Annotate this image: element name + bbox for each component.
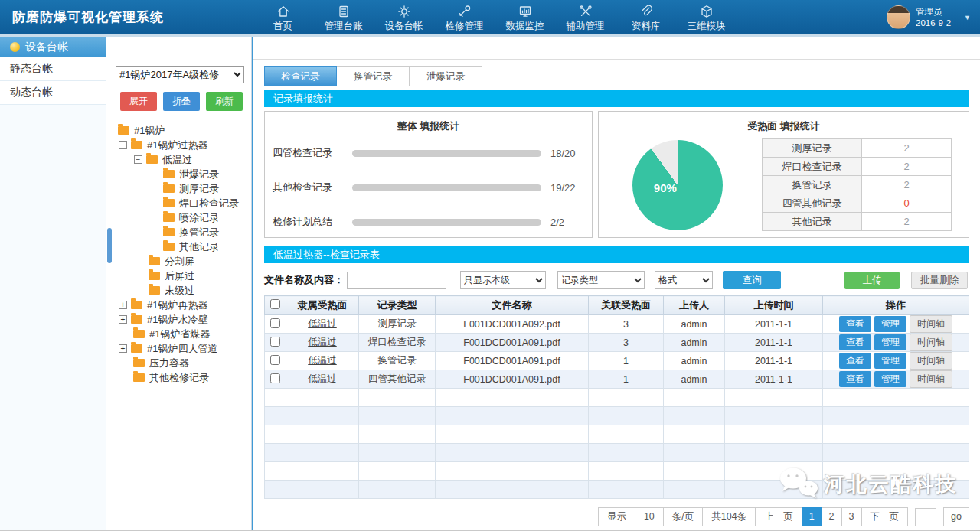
timeline-button[interactable]: 时间轴	[910, 315, 952, 333]
collapse-button[interactable]: 折叠	[163, 92, 200, 111]
page-jump-input[interactable]	[915, 508, 936, 526]
tree-node-thickness-records[interactable]: 测厚记录	[106, 181, 251, 196]
folder-icon	[133, 373, 145, 382]
page-button-2[interactable]: 2	[822, 507, 842, 526]
expand-toggle-icon[interactable]	[119, 315, 127, 324]
table-row: 测厚记录2	[763, 139, 951, 158]
nav-item-library[interactable]: 资料库	[616, 2, 676, 33]
manage-button[interactable]: 管理	[874, 334, 906, 350]
nav-item-3d-module[interactable]: 三维模块	[676, 2, 737, 33]
collapse-toggle-icon[interactable]	[134, 155, 142, 164]
tools-icon	[555, 4, 616, 20]
expand-button[interactable]: 展开	[120, 92, 157, 111]
tree-node-weld-records[interactable]: 焊口检查记录	[106, 196, 251, 210]
go-button[interactable]: go	[943, 507, 969, 526]
surface-link[interactable]: 低温过	[308, 337, 337, 347]
select-all-checkbox[interactable]	[270, 299, 280, 309]
tree-node-superheater[interactable]: #1锅炉过热器	[106, 138, 251, 152]
sidebar-item-dynamic-ledger[interactable]: 动态台帐	[0, 81, 106, 105]
page-button-1[interactable]: 1	[802, 507, 822, 526]
table-row: 其他记录2	[763, 213, 951, 231]
tab-inspection-records[interactable]: 检查记录	[264, 66, 337, 86]
bullet-icon	[10, 42, 20, 52]
query-button[interactable]: 查询	[723, 271, 781, 289]
nav-item-maintenance[interactable]: 检修管理	[434, 2, 495, 33]
user-menu[interactable]: 管理员 2016-9-2	[887, 5, 971, 29]
row-checkbox[interactable]	[270, 373, 280, 383]
filter-bar: 文件名称及内容： 只显示本级 记录类型 格式 查询 上传 批量删除	[264, 271, 969, 289]
surface-link[interactable]: 低温过	[308, 355, 337, 366]
nav-item-data-monitor[interactable]: 数据监控	[495, 2, 555, 33]
nav-item-home[interactable]: 首页	[253, 2, 313, 33]
pagination: 显示 10 条/页 共104条 上一页 1 2 3 下一页 go	[598, 507, 969, 526]
expand-toggle-icon[interactable]	[119, 344, 127, 353]
expand-toggle-icon[interactable]	[119, 301, 127, 309]
empty-row	[265, 444, 969, 462]
app-header: 防磨防爆可视化管理系统 首页 管理台账 设备台帐 检修管理 数据监控 辅助管理 …	[0, 0, 980, 34]
manage-button[interactable]: 管理	[874, 316, 906, 332]
scope-select[interactable]: 只显示本级	[460, 271, 546, 289]
tab-burst-records[interactable]: 泄爆记录	[410, 66, 482, 86]
tree-node-pressure-vessel[interactable]: 压力容器	[106, 356, 251, 370]
tree-node-burst-records[interactable]: 泄爆记录	[106, 167, 251, 181]
page-size-show-label: 显示	[598, 507, 635, 526]
batch-delete-button[interactable]: 批量删除	[911, 272, 968, 289]
plan-select[interactable]: #1锅炉2017年A级检修	[116, 66, 244, 83]
avatar	[887, 5, 910, 29]
tree-node-other-maintenance[interactable]: 其他检修记录	[106, 370, 251, 385]
nav-item-auxiliary[interactable]: 辅助管理	[555, 2, 616, 33]
monitor-chart-icon	[495, 4, 555, 20]
tree-node-final-stage[interactable]: 末级过	[106, 283, 251, 298]
view-button[interactable]: 查看	[839, 316, 871, 332]
format-select[interactable]: 格式	[655, 271, 713, 289]
prev-page-button[interactable]: 上一页	[756, 507, 802, 526]
record-type-select[interactable]: 记录类型	[557, 271, 645, 289]
page-button-3[interactable]: 3	[842, 507, 862, 526]
tree-node-low-temp[interactable]: 低温过	[106, 152, 251, 167]
tree-node-spray-records[interactable]: 喷涂记录	[106, 210, 251, 225]
timeline-button[interactable]: 时间轴	[910, 352, 952, 370]
sidebar-item-equipment-ledger[interactable]: 设备台帐	[0, 37, 106, 57]
total-count-label: 共104条	[703, 507, 756, 526]
folder-icon	[149, 272, 160, 280]
view-button[interactable]: 查看	[839, 353, 871, 369]
row-checkbox[interactable]	[270, 337, 280, 347]
surface-link[interactable]: 低温过	[308, 318, 337, 329]
tree-node-reheater[interactable]: #1锅炉再热器	[106, 298, 251, 312]
tab-tube-change-records[interactable]: 换管记录	[337, 66, 410, 86]
row-checkbox[interactable]	[270, 355, 280, 365]
tree-node-rear-panel[interactable]: 后屏过	[106, 269, 251, 283]
scrollbar-thumb[interactable]	[107, 228, 112, 263]
manage-button[interactable]: 管理	[874, 371, 906, 387]
nav-item-equipment-ledger[interactable]: 设备台帐	[374, 2, 434, 33]
pie-percentage-label: 90%	[654, 181, 677, 194]
table-row: 低温过 焊口检查记录 F001DCD001A091.pdf 3 admin 20…	[265, 334, 969, 352]
next-page-button[interactable]: 下一页	[862, 507, 909, 526]
tree-node-other-records[interactable]: 其他记录	[106, 239, 251, 254]
view-button[interactable]: 查看	[839, 334, 871, 350]
tree-node-economizer[interactable]: #1锅炉省煤器	[106, 327, 251, 341]
empty-row	[265, 425, 969, 444]
sidebar-item-static-ledger[interactable]: 静态台帐	[0, 57, 106, 81]
timeline-button[interactable]: 时间轴	[910, 334, 952, 351]
collapse-toggle-icon[interactable]	[119, 141, 127, 149]
page-size-value: 10	[635, 507, 664, 526]
timeline-button[interactable]: 时间轴	[910, 370, 952, 388]
tree-node-four-pipes[interactable]: #1锅炉四大管道	[106, 341, 251, 356]
overall-stats-panel: 整体 填报统计 四管检查记录 18/20 其他检查记录 19/22 检修计划总结…	[264, 111, 593, 238]
tree-node-boiler1[interactable]: #1锅炉	[106, 123, 251, 138]
view-button[interactable]: 查看	[839, 371, 871, 387]
manage-button[interactable]: 管理	[874, 353, 906, 369]
tree-node-water-wall[interactable]: #1锅炉水冷壁	[106, 312, 251, 327]
tree-node-tube-change-records[interactable]: 换管记录	[106, 225, 251, 239]
nav-item-management-ledger[interactable]: 管理台账	[313, 2, 374, 33]
row-checkbox[interactable]	[270, 318, 280, 328]
upload-button[interactable]: 上传	[844, 272, 900, 289]
tree-node-division-panel[interactable]: 分割屏	[106, 254, 251, 269]
refresh-button[interactable]: 刷新	[206, 92, 243, 111]
folder-icon	[163, 228, 175, 236]
file-name-input[interactable]	[347, 272, 446, 289]
surface-link[interactable]: 低温过	[308, 373, 337, 384]
wrench-icon	[434, 4, 495, 20]
file-name-label: 文件名称及内容：	[264, 273, 344, 287]
